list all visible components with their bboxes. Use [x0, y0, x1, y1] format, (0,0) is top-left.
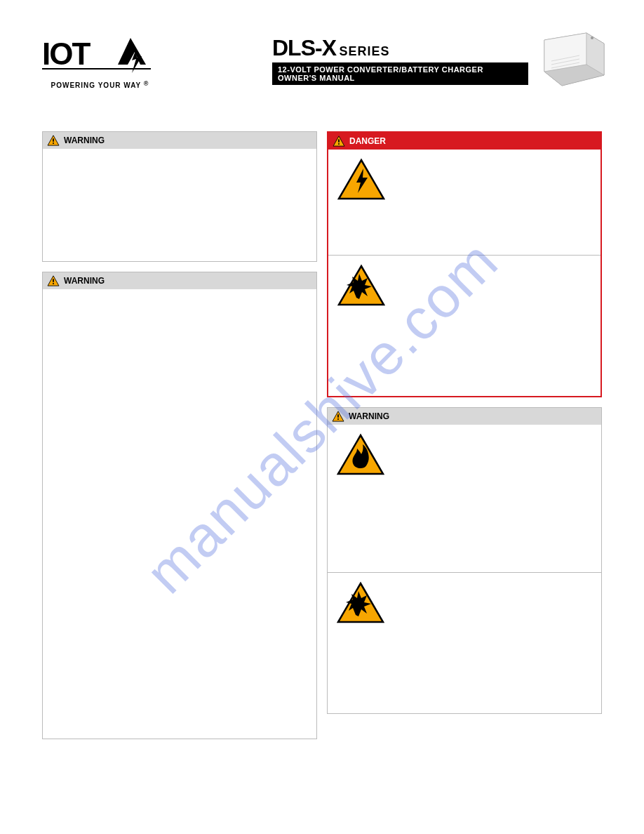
product-title: DLS-X [272, 35, 336, 60]
warning-box-1-label: WARNING [64, 135, 105, 145]
danger-box: DANGER [327, 131, 602, 397]
brand-tagline: POWERING YOUR WAY [51, 81, 142, 89]
danger-box-header: DANGER [328, 133, 601, 150]
svg-rect-12 [53, 279, 54, 282]
registered-mark-icon: ® [144, 80, 149, 87]
warning-box-3: WARNING [327, 407, 602, 714]
svg-rect-10 [53, 138, 54, 141]
right-column: DANGER [327, 131, 602, 739]
electric-shock-hazard-icon [337, 158, 386, 201]
warning-box-1-body [43, 149, 316, 261]
subtitle-bar: 12-VOLT POWER CONVERTER/BATTERY CHARGER … [272, 62, 528, 85]
warning-box-2-body [43, 289, 316, 739]
content-columns: WARNING WARNING [42, 131, 602, 739]
warning-box-1-header: WARNING [43, 132, 316, 149]
warning-box-2-header: WARNING [43, 272, 316, 289]
product-series: SERIES [339, 44, 389, 58]
alert-triangle-icon [47, 275, 60, 286]
alert-triangle-icon [333, 135, 345, 147]
page-container: manualshive.com IOT POWERING YOUR WAY ® … [0, 0, 644, 834]
warning-box-2: WARNING [42, 272, 317, 739]
explosion-hazard-icon [337, 264, 386, 307]
warning-box-1: WARNING [42, 131, 317, 262]
document-header: IOT POWERING YOUR WAY ® DLS-X SERIES 12-… [42, 35, 602, 89]
subtitle-line-1: 12-VOLT POWER CONVERTER/BATTERY CHARGER [278, 65, 523, 74]
product-title-block: DLS-X SERIES 12-VOLT POWER CONVERTER/BAT… [272, 35, 602, 85]
danger-box-label: DANGER [349, 136, 386, 146]
brand-logo-block: IOT POWERING YOUR WAY ® [42, 35, 158, 89]
subtitle-line-2: OWNER'S MANUAL [278, 74, 523, 82]
svg-rect-11 [53, 143, 54, 144]
warning-box-2-label: WARNING [64, 276, 105, 286]
warning-box-3-header: WARNING [328, 408, 601, 425]
svg-text:IOT: IOT [42, 37, 90, 71]
svg-rect-17 [337, 418, 339, 420]
svg-point-6 [591, 37, 593, 39]
danger-explosion-section [328, 256, 601, 396]
warning-box-3-label: WARNING [349, 411, 389, 421]
svg-rect-16 [337, 414, 339, 417]
device-illustration-icon [537, 29, 608, 89]
fire-hazard-icon [336, 433, 385, 477]
alert-triangle-icon [332, 411, 344, 422]
warning-explosion-section [328, 573, 601, 713]
svg-rect-14 [338, 139, 340, 142]
alert-triangle-icon [47, 135, 60, 146]
svg-rect-13 [53, 283, 54, 284]
svg-rect-15 [338, 143, 340, 145]
iota-logo-icon: IOT [42, 35, 158, 77]
danger-electric-section [328, 150, 601, 255]
warning-fire-section [328, 425, 601, 572]
explosion-hazard-icon [336, 581, 385, 625]
left-column: WARNING WARNING [42, 131, 317, 739]
